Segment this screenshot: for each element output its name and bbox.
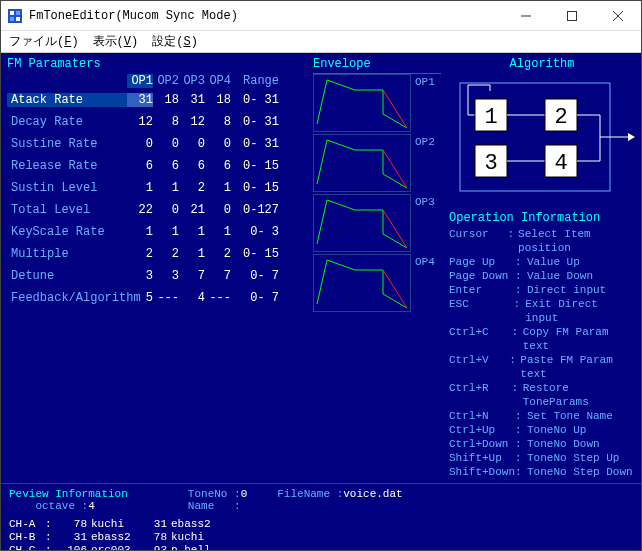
svg-marker-33 <box>628 133 635 141</box>
param-cell[interactable]: 1 <box>127 225 153 239</box>
param-cell[interactable]: 6 <box>205 159 231 173</box>
svg-rect-3 <box>10 17 14 21</box>
param-range: 0- 15 <box>235 181 279 195</box>
envelope-label: OP4 <box>415 256 437 268</box>
param-cell[interactable]: 3 <box>127 269 153 283</box>
param-cell[interactable]: 1 <box>205 225 231 239</box>
maximize-button[interactable] <box>549 1 595 30</box>
param-cell[interactable]: 3 <box>153 269 179 283</box>
svg-text:2: 2 <box>554 105 567 130</box>
param-row[interactable]: Decay Rate1281280- 31 <box>7 111 303 133</box>
param-cell[interactable]: 1 <box>153 225 179 239</box>
param-cell[interactable]: 6 <box>179 159 205 173</box>
param-name: Total Level <box>7 203 127 217</box>
param-cell[interactable]: 1 <box>179 225 205 239</box>
param-cell[interactable]: 0 <box>205 203 231 217</box>
param-cell[interactable]: 6 <box>127 159 153 173</box>
param-row[interactable]: Sustin Level11210- 15 <box>7 177 303 199</box>
param-cell[interactable]: 12 <box>179 115 205 129</box>
param-row[interactable]: Detune33770- 7 <box>7 265 303 287</box>
close-button[interactable] <box>595 1 641 30</box>
param-row[interactable]: Total Level2202100-127 <box>7 199 303 221</box>
param-table[interactable]: OP1 OP2 OP3 OP4 Range Atack Rate31183118… <box>7 73 303 309</box>
close-icon <box>613 11 623 21</box>
opinfo-row: Shift+Down:ToneNo Step Down <box>449 465 635 479</box>
param-cell[interactable]: 31 <box>179 93 205 107</box>
param-cell[interactable]: 21 <box>179 203 205 217</box>
envelope-graph <box>313 194 411 252</box>
param-row[interactable]: Multiple22120- 15 <box>7 243 303 265</box>
param-name: Detune <box>7 269 127 283</box>
param-cell[interactable]: 18 <box>153 93 179 107</box>
envelope-graph <box>313 254 411 312</box>
menu-settings[interactable]: 設定(S) <box>152 33 198 50</box>
opinfo-row: Page Down:Value Down <box>449 269 635 283</box>
svg-line-12 <box>383 150 407 188</box>
param-cell[interactable]: 12 <box>127 115 153 129</box>
param-cell[interactable]: 0 <box>153 137 179 151</box>
param-cell[interactable]: 2 <box>127 247 153 261</box>
opinfo-row: Cursor:Select Item position <box>449 227 635 255</box>
algorithm-panel: Algorithm 1 2 <box>449 57 635 201</box>
param-row[interactable]: Release Rate66660- 15 <box>7 155 303 177</box>
envelope-op: OP1 <box>313 74 441 134</box>
param-row[interactable]: KeyScale Rate11110- 3 <box>7 221 303 243</box>
svg-rect-11 <box>314 135 411 192</box>
param-cell[interactable]: 18 <box>205 93 231 107</box>
param-cell[interactable]: 2 <box>153 247 179 261</box>
param-cell[interactable]: 1 <box>205 181 231 195</box>
minimize-icon <box>521 11 531 21</box>
param-range: 0-127 <box>235 203 279 217</box>
menu-file[interactable]: ファイル(F) <box>9 33 79 50</box>
menubar: ファイル(F) 表示(V) 設定(S) <box>1 31 641 53</box>
header-op1[interactable]: OP1 <box>127 74 153 88</box>
envelope-graph <box>313 134 411 192</box>
param-cell[interactable]: 0 <box>179 137 205 151</box>
opinfo-title: Operation Information <box>449 211 635 225</box>
param-cell[interactable]: 7 <box>205 269 231 283</box>
maximize-icon <box>567 11 577 21</box>
param-cell[interactable]: 31 <box>127 93 153 107</box>
param-row[interactable]: Atack Rate311831180- 31 <box>7 89 303 111</box>
param-cell[interactable]: 2 <box>205 247 231 261</box>
svg-line-16 <box>383 270 407 308</box>
svg-rect-4 <box>16 17 20 21</box>
param-cell[interactable]: 4 <box>179 291 205 305</box>
param-range: 0- 3 <box>235 225 279 239</box>
envelope-panel: Envelope OP1OP2OP3OP4 <box>313 57 441 479</box>
param-cell[interactable]: 2 <box>179 181 205 195</box>
param-cell[interactable]: 7 <box>179 269 205 283</box>
titlebar[interactable]: FmToneEditor(Mucom Sync Mode) <box>1 1 641 31</box>
param-cell[interactable]: --- <box>205 291 231 305</box>
param-cell[interactable]: 6 <box>153 159 179 173</box>
menu-view[interactable]: 表示(V) <box>93 33 139 50</box>
channel-row: CH-C:106orc00393p_bell <box>9 544 633 550</box>
client-area: FM Paramaters OP1 OP2 OP3 OP4 Range Atac… <box>1 53 641 550</box>
param-row[interactable]: Feedback/Algorithm5---4---0- 7 <box>7 287 303 309</box>
param-cell[interactable]: 1 <box>127 181 153 195</box>
param-cell[interactable]: 1 <box>153 181 179 195</box>
svg-line-10 <box>383 90 407 128</box>
header-op4[interactable]: OP4 <box>205 74 231 88</box>
preview-title: Peview Information <box>9 488 128 500</box>
param-cell[interactable]: --- <box>153 291 179 305</box>
envelope-graph <box>313 74 411 132</box>
minimize-button[interactable] <box>503 1 549 30</box>
param-cell[interactable]: 0 <box>127 137 153 151</box>
param-range: 0- 31 <box>235 93 279 107</box>
operation-info-panel: Operation Information Cursor:Select Item… <box>449 211 635 479</box>
param-cell[interactable]: 8 <box>153 115 179 129</box>
param-cell[interactable]: 0 <box>153 203 179 217</box>
header-op2[interactable]: OP2 <box>153 74 179 88</box>
param-row[interactable]: Sustine Rate00000- 31 <box>7 133 303 155</box>
header-op3[interactable]: OP3 <box>179 74 205 88</box>
svg-rect-1 <box>10 11 14 15</box>
param-cell[interactable]: 5 <box>127 291 153 305</box>
param-cell[interactable]: 22 <box>127 203 153 217</box>
param-cell[interactable]: 0 <box>205 137 231 151</box>
param-cell[interactable]: 8 <box>205 115 231 129</box>
svg-rect-2 <box>16 11 20 15</box>
channel-list: CH-A:78kuchi31ebass2CH-B:31ebass278kuchi… <box>9 518 633 550</box>
opinfo-row: Ctrl+R:Restore ToneParams <box>449 381 635 409</box>
param-cell[interactable]: 1 <box>179 247 205 261</box>
